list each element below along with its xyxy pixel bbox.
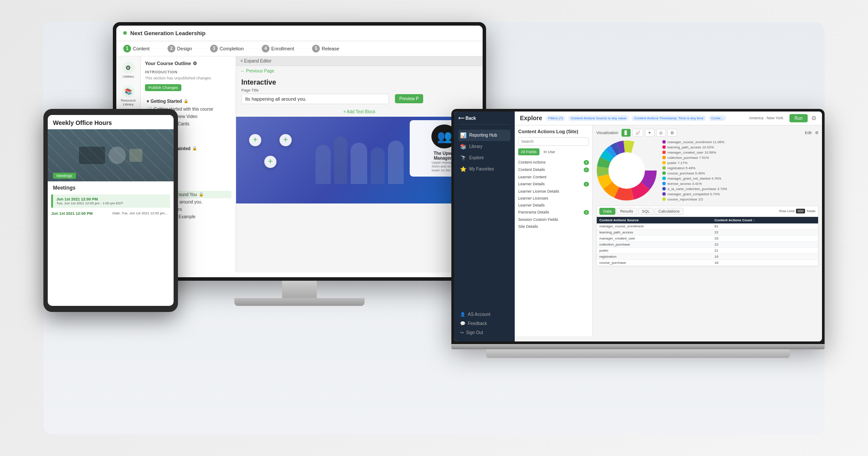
legend-item-10: manager_grant_completed 3.73%	[662, 192, 727, 196]
filter-badge-2[interactable]: Content Actions Source is any value	[568, 115, 629, 121]
expand-editor-bar[interactable]: < Expand Editor	[236, 56, 483, 66]
field-panorama[interactable]: Panorama Details 3	[518, 209, 589, 216]
nav-reporting-hub[interactable]: 📊 Reporting Hub	[458, 130, 510, 141]
getting-started-section: ▾ Getting Started 🔒	[145, 97, 231, 105]
meeting1-sub: Tue, Jun 1st 2021 12:00 pm - 1:00 pm EDT	[56, 201, 167, 205]
add-block-1[interactable]: +	[249, 134, 261, 146]
nav-step-3[interactable]: 3 Completion	[210, 45, 244, 52]
viz-btn-bar[interactable]: ▊	[621, 129, 631, 137]
gear-icon-viz[interactable]: ⚙	[815, 131, 819, 135]
tablet-meeting-1[interactable]: Jun 1st 2021 12:00 PM Tue, Jun 1st 2021 …	[51, 194, 170, 208]
field-content-details[interactable]: Content Details 2	[518, 166, 589, 174]
table-row: registration16	[597, 253, 818, 259]
page-title-input[interactable]	[241, 94, 389, 104]
field-site-details[interactable]: Site Details	[518, 223, 589, 230]
field-session-custom[interactable]: Session Custom Fields	[518, 216, 589, 223]
tab-sql[interactable]: SQL	[638, 208, 654, 215]
data-table: Content Actions Source Content Actions C…	[597, 217, 818, 266]
nav-account[interactable]: 👤 AS Account	[458, 310, 510, 319]
explore-title: Explore	[520, 115, 542, 121]
laptop-hinge	[451, 344, 825, 349]
step-label-5: Release	[322, 46, 339, 51]
viz-btn-pie[interactable]: ◎	[656, 129, 666, 137]
location-label: America · New York	[749, 116, 783, 120]
add-block-3[interactable]: +	[264, 156, 276, 168]
tab-in-use[interactable]: In Use	[541, 148, 558, 155]
filter-badge-4[interactable]: Conte...	[709, 115, 726, 121]
step-label-1: Content	[133, 46, 150, 51]
nav-library[interactable]: 📚 Library	[458, 141, 510, 152]
sidebar-resource-library[interactable]: 📚 Resource Library	[116, 85, 140, 106]
donut-chart	[596, 140, 657, 201]
add-text-block-btn[interactable]: + Add Text Block	[236, 107, 483, 117]
nav-signout[interactable]: ↪ Sign Out	[458, 328, 510, 337]
fields-tabs: All Fields In Use	[518, 148, 589, 155]
account-icon: 👤	[460, 312, 465, 317]
filter-badge-1: Filters (7)	[546, 115, 566, 121]
step-label-2: Design	[177, 46, 192, 51]
nav-step-1[interactable]: 1 Content	[123, 45, 150, 52]
viz-btn-table[interactable]: ⊞	[667, 129, 677, 137]
field-learner-details-2[interactable]: Learner Details	[518, 202, 589, 209]
step-num-4: 4	[262, 45, 270, 52]
nav-step-5[interactable]: 5 Release	[312, 45, 339, 52]
field-learner-content[interactable]: Learner Content	[518, 174, 589, 180]
nav-feedback[interactable]: 💬 Feedback	[458, 319, 510, 328]
tab-data[interactable]: Data	[599, 208, 615, 215]
course-header: Next Generation Leadership	[116, 26, 483, 41]
lock-icon: 🔒	[184, 99, 188, 103]
legend-item-5: registration 5.46%	[662, 166, 727, 170]
laptop-screen-wrapper: ⟵ Back 📊 Reporting Hub 📚 Library 🔭 Explo…	[451, 109, 825, 344]
step-num-5: 5	[312, 45, 320, 52]
nav-explore[interactable]: 🔭 Explore	[458, 152, 510, 164]
sidebar-utilities[interactable]: ⚙ Utilities	[122, 62, 135, 79]
page-title-label: Page Title	[241, 88, 477, 92]
legend-item-7: manager_grant_not_started 4.76%	[662, 177, 727, 180]
publish-changes-button[interactable]: Publish Changes	[145, 84, 181, 91]
tablet-header: Weekly Office Hours	[48, 115, 174, 129]
library-label: Resource Library	[116, 98, 140, 106]
fields-search-input[interactable]	[518, 137, 589, 146]
nav-favorites[interactable]: ⭐ My Favorites	[458, 164, 510, 175]
course-title: Next Generation Leadership	[130, 30, 205, 36]
field-license-details[interactable]: Learner License Details	[518, 188, 589, 195]
table-row: public21	[597, 247, 818, 253]
field-content-actions[interactable]: Content Actions 4	[518, 159, 589, 166]
tab-results[interactable]: Results	[616, 208, 637, 215]
library-icon: 📚	[122, 85, 135, 98]
data-table-section: Data Results SQL Calculations Row Limit …	[596, 206, 819, 266]
filter-badge-3[interactable]: Content Actions Timestamp: Time is any t…	[631, 115, 706, 121]
monitor-base	[234, 298, 365, 306]
content-image-area: + + + 👥 The Upw...Manager... Upper manag…	[236, 117, 483, 203]
analytics-sidebar: ⟵ Back 📊 Reporting Hub 📚 Library 🔭 Explo…	[454, 112, 515, 341]
run-button[interactable]: Run	[789, 114, 808, 122]
legend-item-11: course_repurchase 1/2	[662, 197, 727, 201]
add-block-2[interactable]: +	[279, 134, 292, 146]
nav-step-2[interactable]: 2 Design	[168, 45, 192, 52]
legend-item-2: manager_created_user 10.58%	[662, 151, 727, 154]
data-table-tabs: Data Results SQL Calculations Row Limit …	[597, 206, 818, 217]
field-learner-licenses[interactable]: Learner Licenses	[518, 195, 589, 202]
viz-btn-line[interactable]: 📈	[632, 129, 643, 137]
viz-btn-scatter[interactable]: ✦	[645, 129, 654, 137]
meeting1-date: Jun 1st 2021 12:00 PM	[56, 197, 167, 201]
prev-page-link[interactable]: ← Previous Page	[236, 66, 483, 76]
analytics-main: Explore Filters (7) Content Actions Sour…	[515, 112, 822, 341]
meeting2-date: Jun 1st 2021 12:00 PM	[51, 211, 109, 216]
reporting-icon: 📊	[460, 132, 467, 138]
field-learner-details[interactable]: Learner Details 1	[518, 180, 589, 188]
row-limit-value: 500	[796, 209, 805, 213]
svg-point-12	[608, 152, 645, 189]
settings-icon[interactable]: ⚙	[811, 115, 817, 121]
preview-button[interactable]: Preview P	[395, 94, 423, 103]
tab-calculations[interactable]: Calculations	[654, 208, 684, 215]
step-num-1: 1	[123, 45, 131, 52]
laptop-screen: ⟵ Back 📊 Reporting Hub 📚 Library 🔭 Explo…	[454, 112, 822, 341]
tab-all-fields[interactable]: All Fields	[518, 148, 539, 155]
table-header-source: Content Actions Source	[597, 217, 712, 223]
nav-step-4[interactable]: 4 Enrollment	[262, 45, 294, 52]
row-limit-control: Row Limit 500 Totals	[779, 209, 815, 213]
explore-filters: Filters (7) Content Actions Source is an…	[546, 115, 746, 121]
laptop-device: ⟵ Back 📊 Reporting Hub 📚 Library 🔭 Explo…	[451, 109, 825, 358]
step-num-3: 3	[210, 45, 218, 52]
